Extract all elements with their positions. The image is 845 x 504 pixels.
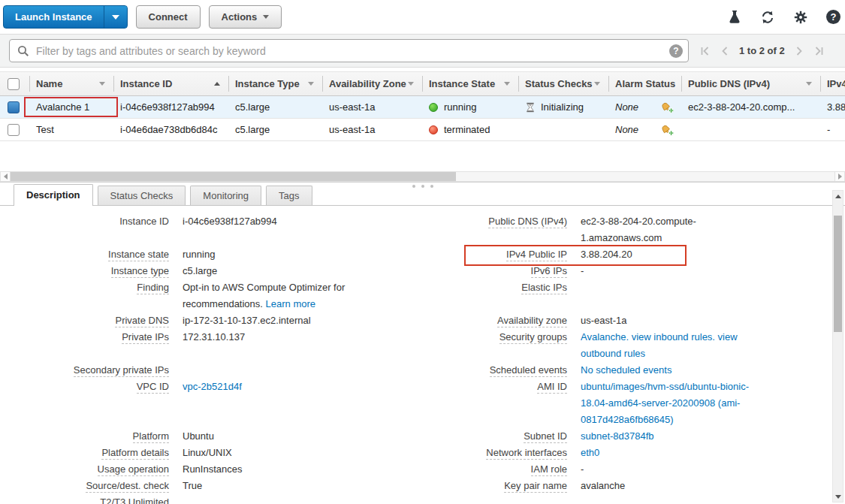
filter-input[interactable] xyxy=(29,45,669,57)
availability-zone-cell: us-east-1a xyxy=(323,96,423,118)
field-value: No scheduled events xyxy=(581,363,671,376)
beaker-experiment-icon[interactable] xyxy=(728,10,741,25)
field-value-link[interactable]: Avalanche. view inbound rules. view xyxy=(581,331,738,343)
help-icon[interactable]: ? xyxy=(826,10,840,24)
field-value-link[interactable]: outbound rules xyxy=(581,348,645,359)
field-value-link[interactable]: ubuntu/images/hvm-ssd/ubuntu-bionic- xyxy=(581,381,749,392)
select-all-checkbox-header[interactable] xyxy=(0,72,30,95)
create-alarm-icon[interactable] xyxy=(661,124,674,136)
pagination-prev-button[interactable] xyxy=(721,47,728,56)
filter-help-icon[interactable]: ? xyxy=(669,44,683,58)
actions-button[interactable]: Actions xyxy=(209,5,282,29)
vertical-scroll-thumb[interactable] xyxy=(834,216,842,332)
field-label: T2/T3 Unlimited xyxy=(0,495,169,504)
create-alarm-icon[interactable] xyxy=(661,101,674,113)
status-checks-cell xyxy=(519,119,609,140)
column-header-ip[interactable]: IPv4 Public IP xyxy=(821,72,845,95)
instance-row[interactable]: Testi-04e6dae738db6d84cc5.largeus-east-1… xyxy=(0,119,845,141)
field-value-text: Opt-in to AWS Compute Optimizer for xyxy=(183,282,345,293)
pagination-first-button[interactable] xyxy=(701,47,710,56)
settings-gear-icon[interactable] xyxy=(794,11,807,24)
select-all-checkbox[interactable] xyxy=(8,78,20,90)
tab-status-checks[interactable]: Status Checks xyxy=(98,186,186,205)
description-row: IPv4 Public IP3.88.204.20 xyxy=(421,247,826,264)
description-row: Network interfaceseth0 xyxy=(421,445,826,462)
field-label-text: Instance state xyxy=(108,249,169,261)
field-value-link[interactable]: vpc-2b521d4f xyxy=(183,381,242,392)
column-header-alarm[interactable]: Alarm Status xyxy=(609,72,682,95)
tab-description[interactable]: Description xyxy=(14,184,93,206)
row-checkbox[interactable] xyxy=(8,101,20,113)
description-row-continuation xyxy=(0,346,417,363)
field-value-link[interactable]: No scheduled events xyxy=(581,364,671,376)
field-value: ip-172-31-10-137.ec2.internal xyxy=(183,313,311,326)
field-label-text: Security groups xyxy=(499,331,567,344)
field-value: Linux/UNIX xyxy=(183,445,232,458)
field-value-link[interactable]: eth0 xyxy=(581,447,599,458)
field-value-text: running xyxy=(183,249,215,260)
pane-resize-handle[interactable] xyxy=(412,185,433,188)
refresh-icon[interactable] xyxy=(760,11,775,24)
vertical-scrollbar[interactable] xyxy=(832,190,843,502)
field-value-text: ip-172-31-10-137.ec2.internal xyxy=(183,315,311,326)
description-left-column: Instance IDi-04c6e938f127ab994Instance s… xyxy=(0,214,417,504)
pagination-last-button[interactable] xyxy=(814,47,823,56)
horizontal-scroll-track[interactable] xyxy=(11,171,834,182)
pagination: 1 to 2 of 2 xyxy=(701,45,823,56)
launch-instance-label[interactable]: Launch Instance xyxy=(4,6,104,28)
toolbar-icons: ? xyxy=(728,0,840,34)
public-dns-cell: ec2-3-88-204-20.comp... xyxy=(682,96,821,118)
tab-tags[interactable]: Tags xyxy=(266,186,312,205)
column-header-type[interactable]: Instance Type xyxy=(229,72,323,95)
field-value: recommendations. Learn more xyxy=(183,297,315,309)
field-value-text: 3.88.204.20 xyxy=(581,249,632,260)
field-value: us-east-1a xyxy=(581,313,626,326)
column-header-checks[interactable]: Status Checks xyxy=(519,72,609,95)
description-row: IPv6 IPs- xyxy=(421,264,826,280)
scroll-down-arrow[interactable] xyxy=(833,491,843,502)
field-label xyxy=(421,346,567,348)
instance-row[interactable]: Avalanche 1i-04c6e938f127ab994c5.largeus… xyxy=(0,96,845,119)
pagination-next-button[interactable] xyxy=(796,47,803,56)
field-value-link[interactable]: Learn more xyxy=(266,298,315,309)
field-label: Private DNS xyxy=(0,313,169,326)
alarm-status-cell: None xyxy=(609,96,682,118)
field-label: Instance type xyxy=(0,264,169,276)
field-label xyxy=(0,346,169,348)
launch-instance-caret-button[interactable] xyxy=(104,6,127,28)
field-label xyxy=(0,297,169,298)
instance-state-cell: terminated xyxy=(423,119,519,140)
field-value: 1.amazonaws.com xyxy=(581,231,662,243)
scroll-right-arrow[interactable] xyxy=(834,171,845,182)
field-label: Instance state xyxy=(0,247,169,260)
field-value-link[interactable]: 0817d428a6fb68645) xyxy=(581,414,674,425)
description-row-continuation xyxy=(0,412,417,429)
actions-label: Actions xyxy=(222,11,258,23)
scroll-left-arrow[interactable] xyxy=(0,171,11,182)
description-row-continuation: 1.amazonaws.com xyxy=(421,231,826,247)
field-value-link[interactable]: 18.04-amd64-server-20200908 (ami- xyxy=(581,397,740,409)
connect-button[interactable]: Connect xyxy=(136,5,201,29)
description-row: Private DNSip-172-31-10-137.ec2.internal xyxy=(0,313,417,330)
field-label xyxy=(421,412,567,414)
scroll-up-arrow[interactable] xyxy=(833,191,843,201)
tab-monitoring[interactable]: Monitoring xyxy=(190,186,261,205)
instance-name: Avalanche 1 xyxy=(36,101,89,113)
field-label: Finding xyxy=(0,280,169,293)
column-header-dns[interactable]: Public DNS (IPv4) xyxy=(682,72,821,95)
filter-bar: ? 1 to 2 of 2 xyxy=(0,34,845,68)
column-header-id[interactable]: Instance ID xyxy=(114,72,229,95)
column-header-state[interactable]: Instance State xyxy=(423,72,519,95)
field-label xyxy=(0,412,169,414)
field-value-text: Linux/UNIX xyxy=(183,447,232,458)
column-header-az[interactable]: Availability Zone xyxy=(323,72,423,95)
column-header-name[interactable]: Name xyxy=(30,72,114,95)
triangle-up-icon xyxy=(835,195,841,198)
column-label: Name xyxy=(36,78,62,89)
field-value-link[interactable]: subnet-8d3784fb xyxy=(581,430,654,442)
state-green-dot-icon xyxy=(429,103,438,112)
launch-instance-button[interactable]: Launch Instance xyxy=(3,5,128,29)
row-checkbox[interactable] xyxy=(8,124,20,136)
horizontal-scroll-thumb[interactable] xyxy=(11,172,456,181)
horizontal-scrollbar[interactable] xyxy=(0,171,845,182)
